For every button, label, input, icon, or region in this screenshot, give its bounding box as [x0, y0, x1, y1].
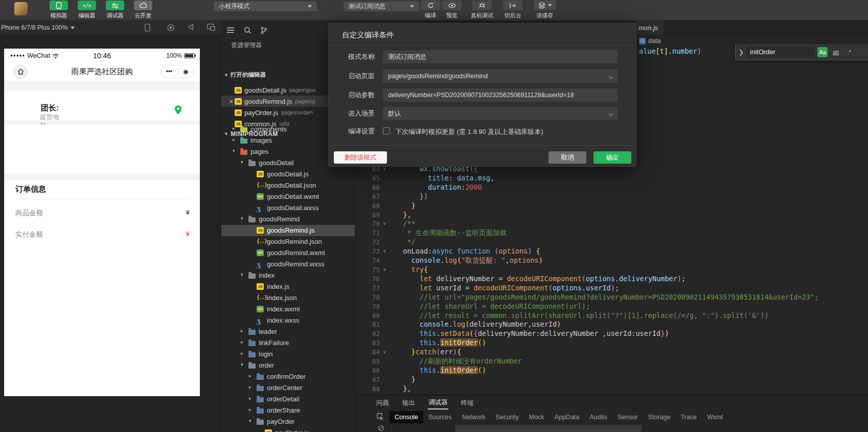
devtools-tab-audits[interactable]: Audits — [584, 411, 612, 423]
tree-item-index.json[interactable]: {..}index.json — [221, 292, 355, 304]
panel-tab-终端[interactable]: 终端 — [461, 396, 474, 409]
tree-item-goodsDetail.js[interactable]: JSgoodsDetail.js — [221, 169, 355, 180]
tree-item-orderCenter[interactable]: ▸orderCenter — [221, 382, 355, 394]
mute-icon[interactable] — [188, 24, 196, 31]
cloud-dev-button[interactable]: 云开发 — [129, 1, 157, 19]
tree-item-goodsRemind.js[interactable]: JSgoodsRemind.js — [221, 225, 355, 236]
close-icon[interactable]: × — [227, 98, 235, 105]
chevron-down-icon — [608, 111, 613, 116]
enter-scene-select[interactable]: 默认 — [383, 107, 618, 120]
simulate-update-checkbox[interactable] — [383, 127, 390, 134]
tree-item-goodsRemind.wxss[interactable]: ʒgoodsRemind.wxss — [221, 259, 355, 270]
clear-cache-button[interactable]: 清缓存 — [531, 1, 559, 19]
tree-item-index[interactable]: ▾index — [221, 270, 355, 281]
exit-target-icon[interactable]: ◉ — [178, 68, 194, 75]
git-branch-icon[interactable] — [260, 27, 267, 34]
panel-tab-问题[interactable]: 问题 — [376, 396, 390, 409]
tree-item-goodsRemind.wxml[interactable]: <>goodsRemind.wxml — [221, 247, 355, 259]
more-menu-icon[interactable]: ••• — [161, 68, 177, 75]
devtools-tab-trace[interactable]: Trace — [675, 411, 702, 423]
switch-background-button[interactable]: 切后台 — [499, 1, 526, 19]
breadcrumb[interactable]: {} data — [639, 36, 660, 46]
devtools-tab-storage[interactable]: Storage — [643, 411, 676, 423]
tree-item-index.wxss[interactable]: ʒindex.wxss — [221, 315, 355, 326]
record-icon[interactable] — [167, 24, 175, 32]
tree-item-goodsRemind.json[interactable]: {..}goodsRemind.json — [221, 236, 355, 247]
device-selector[interactable]: Phone 6/7/8 Plus 100% — [1, 24, 75, 31]
devtools-tab-mock[interactable]: Mock — [524, 411, 550, 423]
tree-item-confirmOrder[interactable]: ▸confirmOrder — [221, 371, 355, 382]
compile-condition-dropdown[interactable]: 测试订阅消息 — [344, 2, 419, 11]
debug-sliders-icon — [111, 3, 119, 9]
code-line: 88 }, — [355, 384, 868, 394]
match-case-toggle[interactable]: Aa — [817, 47, 828, 57]
file-list-icon[interactable] — [226, 27, 235, 34]
editor-button[interactable]: </> 编辑器 — [73, 1, 101, 19]
real-device-debug-button[interactable]: 真机调试 — [466, 1, 498, 19]
avatar[interactable] — [14, 2, 28, 15]
tree-item-index.js[interactable]: JSindex.js — [221, 281, 355, 292]
tree-item-payOrder.js[interactable]: JSpayOrder.js — [221, 427, 355, 432]
whole-word-toggle[interactable]: ab — [831, 47, 841, 57]
chevron-right-icon: ▸ — [241, 328, 243, 333]
tree-item-goodsDetail.wxml[interactable]: <>goodsDetail.wxml — [221, 191, 355, 202]
tree-item-orderShare[interactable]: ▸orderShare — [221, 405, 355, 416]
search-icon[interactable] — [244, 27, 252, 34]
console-filter-input[interactable] — [455, 425, 642, 432]
tree-item-goodsDetail.wxss[interactable]: ʒgoodsDetail.wxss — [221, 202, 355, 214]
mini-program-page: 团长: 提货地 址: 订单信息 商品金额 ¥ 实付金额 ¥ 去下单 — [4, 81, 200, 396]
tree-item-payOrder[interactable]: ▾payOrder — [221, 416, 355, 427]
expand-replace-icon[interactable]: ❯ — [739, 49, 744, 56]
location-pin-icon[interactable] — [174, 105, 182, 116]
devtools-tab-appdata[interactable]: AppData — [550, 411, 585, 423]
fold-icon[interactable]: ∨ — [383, 219, 390, 229]
simulator-button[interactable]: 模拟器 — [45, 1, 73, 19]
devtools-tab-sources[interactable]: Sources — [423, 411, 457, 423]
js-file-icon: JS — [265, 429, 272, 432]
confirm-button[interactable]: 确定 — [593, 151, 631, 164]
start-params-input[interactable]: deliveryNumber=PSD2020090710023256250691… — [383, 88, 618, 102]
delete-mode-button[interactable]: 删除该模式 — [334, 151, 387, 164]
tree-item-order[interactable]: ▾order — [221, 360, 355, 371]
regex-toggle[interactable]: .* — [844, 47, 854, 57]
start-page-select[interactable]: pages/goodsRemind/goodsRemind — [383, 70, 618, 83]
cancel-button[interactable]: 取消 — [549, 151, 586, 164]
devtools-tab-security[interactable]: Security — [491, 411, 524, 423]
mode-dropdown[interactable]: 小程序模式 — [214, 2, 317, 11]
tree-item-login[interactable]: ▸login — [221, 349, 355, 360]
tree-item-goodsRemind[interactable]: ▾goodsRemind — [221, 214, 355, 225]
fold-icon[interactable]: ∨ — [383, 247, 390, 256]
tree-item-leader[interactable]: ▸leader — [221, 326, 355, 337]
tab-common-js[interactable]: mon.js — [636, 20, 664, 35]
devtools-tab-console[interactable]: Console — [390, 411, 423, 423]
layers-icon — [538, 2, 545, 9]
debugger-button[interactable]: 调试器 — [101, 1, 129, 19]
find-input[interactable]: initOrder — [747, 47, 814, 58]
tree-item-goodsDetail.json[interactable]: {..}goodsDetail.json — [221, 180, 355, 191]
devtools-tab-network[interactable]: Network — [457, 411, 491, 423]
panel-tab-输出[interactable]: 输出 — [402, 396, 416, 409]
tree-item-index.wxml[interactable]: <>index.wxml — [221, 304, 355, 315]
inspect-element-icon[interactable] — [377, 413, 384, 421]
preview-button[interactable]: 预览 — [439, 1, 465, 19]
devtools-tab-sensor[interactable]: Sensor — [612, 411, 643, 423]
tree-item-linkFailure[interactable]: ▸linkFailure — [221, 337, 355, 349]
panel-tab-调试器[interactable]: 调试器 — [428, 396, 448, 410]
fold-icon[interactable]: ∨ — [383, 265, 390, 275]
pip-window-icon[interactable] — [207, 24, 215, 31]
tree-item-orderDetail[interactable]: ▸orderDetail — [221, 394, 355, 405]
switch-background-icon — [509, 3, 516, 9]
open-editors-section[interactable]: ▼ 打开的编辑器 — [224, 71, 266, 79]
mode-dropdown-label: 小程序模式 — [219, 2, 249, 11]
folder-icon — [248, 363, 256, 369]
clear-console-icon[interactable] — [378, 425, 384, 431]
empty-card — [4, 125, 200, 174]
code-area[interactable]: 64∨ wx.showToast({65 title: data.msg,66 … — [355, 165, 868, 394]
chevron-down-icon: ▾ — [241, 160, 243, 165]
fold-icon[interactable]: ∨ — [383, 348, 390, 357]
devtools-tab-wxml[interactable]: Wxml — [702, 411, 728, 423]
mode-name-input[interactable]: 测试订阅消息 — [383, 50, 618, 63]
folder-icon — [248, 330, 256, 335]
chevron-down-icon: ▼ — [224, 73, 229, 78]
device-frame-icon[interactable] — [144, 24, 151, 32]
